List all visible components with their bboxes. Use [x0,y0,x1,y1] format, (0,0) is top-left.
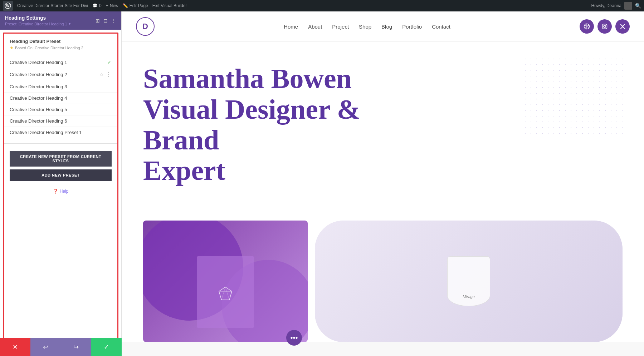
preset-based-on: ★ Based On: Creative Director Heading 2 [10,45,112,50]
admin-bar-exit-builder-btn[interactable]: Exit Visual Builder [152,3,187,8]
admin-bar-new-btn[interactable]: + New [106,3,118,8]
star-icon: ★ [10,45,14,50]
admin-bar-comments[interactable]: 💬 0 [92,3,102,8]
panel-icon-more[interactable]: ⋮ [111,18,116,24]
help-icon: ❓ [53,189,58,194]
nav-shop[interactable]: Shop [359,24,371,30]
preset-item[interactable]: Creative Director Heading 4 [4,93,117,104]
wp-icon: W [3,1,13,11]
preset-item[interactable]: Creative Director Heading 6 [4,115,117,127]
preset-item[interactable]: Creative Director Heading 3 [4,81,117,93]
preset-item-more-icon[interactable]: ⋮ [106,71,112,78]
site-social [580,19,630,34]
fab-button[interactable]: ••• [286,330,302,346]
preset-item-label: Creative Director Heading Preset 1 [10,130,82,135]
candle-area: Mirage [315,221,623,342]
nav-portfolio[interactable]: Portfolio [402,24,422,30]
preset-item-label: Creative Director Heading 5 [10,107,67,112]
save-icon: ✓ [104,343,109,351]
site-logo[interactable]: D [136,17,155,36]
svg-point-5 [604,25,606,28]
nav-about[interactable]: About [308,24,322,30]
save-button[interactable]: ✓ [91,338,122,356]
hero-image-right: Mirage [315,221,623,342]
panel-header: Heading Settings Preset: Creative Direct… [0,11,121,30]
preset-item-label: Creative Director Heading 6 [10,118,67,124]
preset-actions: CREATE NEW PRESET FROM CURRENT STYLES AD… [4,147,117,185]
admin-bar-edit-page-btn[interactable]: ✏️ Edit Page [123,3,148,8]
admin-search-icon[interactable]: 🔍 [635,3,641,9]
images-section: Mirage ••• [122,221,644,342]
admin-avatar [624,2,632,10]
site-header: D Home About Project Shop Blog Portfolio… [122,11,644,42]
nav-project[interactable]: Project [332,24,349,30]
nav-home[interactable]: Home [284,24,298,30]
close-icon: ✕ [13,343,18,351]
svg-text:W: W [6,4,10,8]
candle-jar: Mirage [447,256,490,306]
twitter-x-icon [619,23,626,30]
divider [4,143,117,144]
hero-image-left [143,221,308,342]
panel-icon-columns[interactable]: ⊟ [103,18,108,24]
nav-blog[interactable]: Blog [381,24,392,30]
fab-dots-icon: ••• [290,334,298,342]
candle-label: Mirage [463,295,475,299]
preset-default-section: Heading Default Preset ★ Based On: Creat… [4,34,117,54]
redo-icon: ↪ [73,343,79,351]
admin-bar: W Creative Director Starter Site For Div… [0,0,644,11]
close-button[interactable]: ✕ [0,338,30,356]
admin-bar-howdy: Howdy, Deanna 🔍 [591,2,641,10]
panel-icon-layout[interactable]: ⊞ [96,18,100,24]
undo-icon: ↩ [43,343,48,351]
social-dribbble-btn[interactable] [580,19,594,34]
svg-point-6 [606,25,606,25]
instagram-icon [601,23,608,30]
dribbble-icon [584,23,590,30]
svg-marker-7 [219,287,232,300]
preset-dropdown-label[interactable]: Preset: Creative Director Heading 1 ▾ [5,21,71,26]
preset-item[interactable]: Creative Director Heading Preset 1 [4,127,117,138]
preset-item-label: Creative Director Heading 2 [10,72,67,77]
star-icon: ☆ [99,72,104,77]
preset-item-label: Creative Director Heading 3 [10,84,67,89]
help-link[interactable]: ❓ Help [4,185,117,197]
left-panel: Heading Settings Preset: Creative Direct… [0,11,122,356]
panel-header-icons: ⊞ ⊟ ⋮ [96,18,116,24]
preset-item-label: Creative Director Heading 4 [10,95,67,101]
preset-default-title: Heading Default Preset [10,39,112,44]
main-content: D Home About Project Shop Blog Portfolio… [122,11,644,356]
undo-button[interactable]: ↩ [30,338,61,356]
preset-item[interactable]: Creative Director Heading 2 ☆ ⋮ [4,68,117,81]
social-instagram-btn[interactable] [597,19,612,34]
add-preset-button[interactable]: ADD NEW PRESET [10,169,112,181]
gem-icon-container [218,286,233,303]
social-twitter-x-btn[interactable] [615,19,630,34]
site-hero: Samantha BowenVisual Designer & BrandExp… [122,42,644,221]
check-icon: ✓ [107,59,112,65]
hero-title: Samantha BowenVisual Designer & BrandExp… [143,63,429,186]
preset-item[interactable]: Creative Director Heading 1 ✓ [4,56,117,68]
gem-icon [218,286,233,301]
redo-button[interactable]: ↪ [61,338,91,356]
create-preset-button[interactable]: CREATE NEW PRESET FROM CURRENT STYLES [10,151,112,167]
site-nav: Home About Project Shop Blog Portfolio C… [284,24,450,30]
admin-bar-site-link[interactable]: Creative Director Starter Site For Divi [17,3,88,8]
preset-item-label: Creative Director Heading 1 [10,60,67,65]
dot-pattern-decoration [522,56,623,135]
preset-item[interactable]: Creative Director Heading 5 [4,104,117,115]
panel-title: Heading Settings [5,15,71,21]
preset-list: Creative Director Heading 1 ✓ Creative D… [4,54,117,140]
preset-panel-content: Heading Default Preset ★ Based On: Creat… [3,33,118,353]
bottom-bar: ✕ ↩ ↪ ✓ [0,338,122,356]
nav-contact[interactable]: Contact [432,24,450,30]
